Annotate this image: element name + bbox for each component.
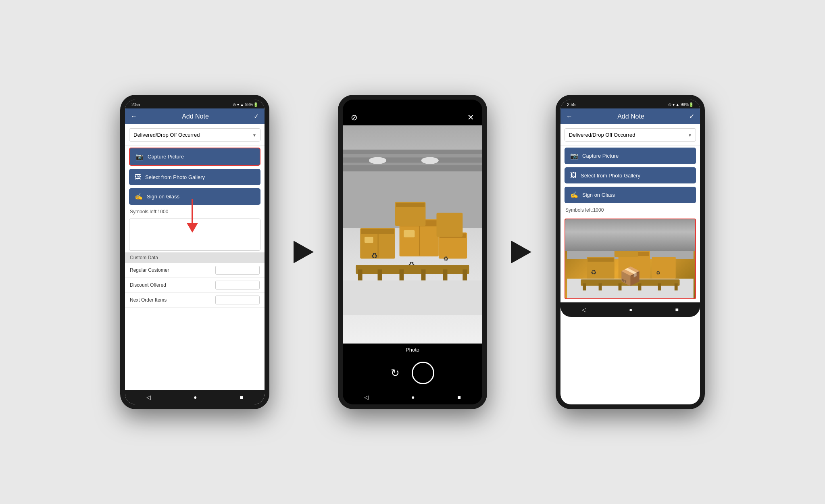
phone-2-screen: ⊘ ✕	[343, 100, 482, 404]
select-photo-gallery-button-1[interactable]: 🖼 Select from Photo Gallery	[129, 169, 260, 185]
svg-rect-10	[365, 237, 373, 243]
back-button-1[interactable]: ←	[131, 113, 137, 120]
captured-photo-thumbnail: ♻ ♻ ♻	[565, 219, 696, 299]
svg-text:♻: ♻	[591, 269, 596, 276]
regular-customer-input[interactable]	[215, 266, 260, 275]
status-dropdown-3[interactable]: Delivered/Drop Off Occurred	[565, 128, 696, 142]
dropdown-wrapper-3[interactable]: Delivered/Drop Off Occurred	[565, 128, 696, 142]
flow-arrow-1	[294, 241, 314, 263]
custom-data-row-regular: Regular Customer	[125, 263, 265, 278]
phone-3: 2:55 ⊙ ▾ ▲ 98%🔋 ← Add Note ✓ Delivered/D…	[556, 95, 705, 409]
recent-nav-1[interactable]: ■	[240, 394, 243, 400]
back-nav-3[interactable]: ◁	[582, 306, 586, 313]
warehouse-image-2: ♻ ♻ ♻	[343, 125, 482, 344]
svg-rect-3	[343, 163, 482, 165]
sign-icon-1: ✍	[135, 193, 143, 200]
check-button-1[interactable]: ✓	[254, 112, 259, 120]
svg-rect-1	[343, 150, 482, 171]
nav-bar-1: ◁ ● ■	[125, 390, 265, 404]
symbols-left-3: Symbols left:1000	[560, 205, 700, 215]
custom-data-header-1: Custom Data	[125, 252, 265, 263]
next-order-label: Next Order Items	[130, 297, 215, 303]
dropdown-row-3: Delivered/Drop Off Occurred	[560, 124, 700, 146]
svg-rect-25	[378, 269, 382, 280]
select-photo-gallery-button-3[interactable]: 🖼 Select from Photo Gallery	[565, 167, 696, 183]
camera-recent-nav[interactable]: ■	[458, 394, 461, 400]
regular-customer-label: Regular Customer	[130, 267, 215, 273]
sign-on-glass-button-3[interactable]: ✍ Sign on Glass	[565, 187, 696, 203]
svg-text:♻: ♻	[625, 271, 631, 278]
time-3: 2:55	[567, 102, 575, 107]
gallery-icon-3: 🖼	[570, 172, 577, 179]
svg-rect-44	[581, 279, 680, 286]
svg-rect-49	[658, 283, 661, 291]
header-title-3: Add Note	[617, 113, 644, 120]
close-camera-icon[interactable]: ✕	[467, 112, 474, 122]
camera-status-bar	[343, 100, 482, 109]
check-button-3[interactable]: ✓	[689, 112, 694, 120]
flip-camera-button[interactable]: ↻	[391, 367, 400, 379]
svg-rect-39	[615, 239, 638, 257]
capture-picture-button-3[interactable]: 📷 Capture Picture	[565, 148, 696, 164]
svg-text:♻: ♻	[656, 270, 660, 275]
svg-rect-36	[588, 258, 614, 262]
recent-nav-3[interactable]: ■	[675, 306, 679, 313]
shutter-button[interactable]	[412, 362, 434, 384]
camera-icon-3: 📷	[570, 152, 578, 160]
flash-off-icon[interactable]: ⊘	[351, 112, 358, 122]
phone-2: ⊘ ✕	[338, 95, 487, 409]
svg-rect-40	[652, 257, 676, 279]
capture-picture-label-3: Capture Picture	[582, 153, 619, 159]
discount-offered-label: Discount Offered	[130, 282, 215, 288]
svg-rect-14	[404, 230, 415, 237]
svg-rect-29	[462, 269, 467, 280]
camera-home-nav[interactable]: ●	[411, 394, 415, 400]
photo-label: Photo	[343, 344, 482, 356]
svg-rect-48	[638, 283, 642, 291]
home-nav-3[interactable]: ●	[629, 306, 632, 313]
back-button-3[interactable]: ←	[566, 113, 573, 120]
svg-rect-6	[343, 280, 482, 315]
svg-rect-50	[675, 283, 678, 291]
flow-arrow-shape-2	[511, 241, 531, 263]
status-dropdown-1[interactable]: Delivered/Drop Off Occurred	[129, 128, 260, 142]
select-photo-gallery-label-3: Select from Photo Gallery	[581, 173, 640, 179]
signal-icon-1: ⊙ ▾ ▲ 98%🔋	[233, 102, 258, 107]
dropdown-wrapper-1[interactable]: Delivered/Drop Off Occurred	[129, 128, 260, 142]
discount-offered-input[interactable]	[215, 281, 260, 289]
flow-arrow-shape-1	[294, 241, 314, 263]
svg-point-33	[639, 225, 653, 230]
svg-point-32	[592, 225, 606, 230]
status-bar-1: 2:55 ⊙ ▾ ▲ 98%🔋	[125, 100, 265, 108]
svg-rect-23	[356, 265, 469, 274]
home-nav-1[interactable]: ●	[194, 394, 197, 400]
custom-data-section-1: Custom Data Regular Customer Discount Of…	[125, 252, 265, 390]
svg-rect-46	[599, 283, 602, 291]
time-1: 2:55	[131, 102, 140, 107]
warehouse-thumbnail-svg: ♻ ♻ ♻	[565, 219, 695, 298]
svg-rect-28	[443, 269, 448, 280]
capture-picture-button-1[interactable]: 📷 Capture Picture	[129, 148, 260, 166]
flow-arrow-2	[511, 241, 531, 263]
select-photo-gallery-label-1: Select from Photo Gallery	[145, 174, 205, 180]
svg-point-4	[369, 157, 386, 164]
warehouse-svg: ♻ ♻ ♻	[343, 125, 482, 339]
phone-1: 2:55 ⊙ ▾ ▲ 98%🔋 ← Add Note ✓ Delivered/D…	[120, 95, 269, 409]
notes-textarea-1[interactable]	[129, 219, 260, 251]
custom-data-row-next-order: Next Order Items	[125, 293, 265, 308]
symbols-left-1: Symbols left:1000	[125, 206, 265, 217]
camera-nav-bar: ◁ ● ■	[343, 390, 482, 404]
gallery-icon-1: 🖼	[135, 173, 141, 181]
status-icons-3: ⊙ ▾ ▲ 98%🔋	[668, 102, 694, 107]
camera-back-nav[interactable]: ◁	[364, 394, 369, 400]
sign-on-glass-button-1[interactable]: ✍ Sign on Glass	[129, 188, 260, 205]
status-bar-3: 2:55 ⊙ ▾ ▲ 98%🔋	[560, 100, 700, 108]
status-icons-1: ⊙ ▾ ▲ 98%🔋	[233, 102, 258, 107]
nav-bar-3: ◁ ● ■	[560, 302, 700, 317]
signal-icon-3: ⊙ ▾ ▲ 98%🔋	[668, 102, 694, 107]
svg-rect-31	[567, 219, 694, 233]
back-nav-1[interactable]: ◁	[146, 394, 151, 400]
sign-icon-3: ✍	[570, 191, 578, 199]
svg-rect-24	[358, 269, 362, 280]
next-order-input[interactable]	[215, 296, 260, 304]
